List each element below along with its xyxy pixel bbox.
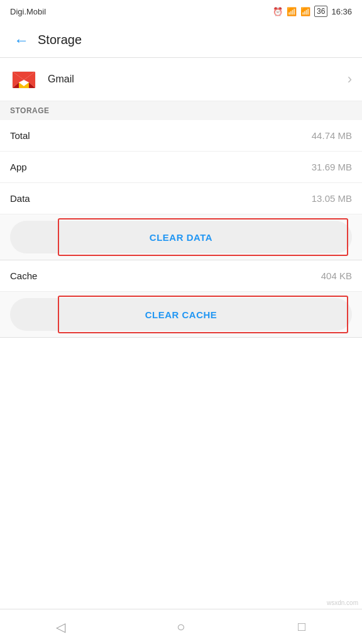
cache-label: Cache	[10, 270, 37, 281]
alarm-icon: ⏰	[273, 7, 283, 16]
watermark: wsxdn.com	[327, 599, 358, 606]
home-nav-icon: ○	[177, 619, 185, 635]
page-title: Storage	[38, 33, 82, 47]
back-nav-icon: ◁	[56, 619, 65, 635]
back-arrow-icon: ←	[14, 31, 29, 49]
bottom-nav: ◁ ○ □	[0, 609, 362, 644]
app-label: App	[10, 162, 27, 172]
nav-bar: ← Storage	[0, 23, 362, 58]
clear-cache-wrapper: CLEAR CACHE	[0, 292, 362, 338]
recent-nav-icon: □	[298, 619, 305, 634]
battery-label: 36	[314, 6, 327, 17]
carrier-label: Digi.Mobil	[10, 7, 46, 16]
signal-icon: 📶	[300, 7, 310, 16]
total-value: 44.74 MB	[312, 130, 352, 141]
storage-cache-row: Cache 404 KB	[0, 260, 362, 292]
wifi-icon: 📶	[287, 7, 297, 16]
data-label: Data	[10, 193, 30, 204]
recent-nav-button[interactable]: □	[283, 613, 321, 641]
storage-app-row: App 31.69 MB	[0, 152, 362, 183]
storage-total-row: Total 44.74 MB	[0, 120, 362, 152]
home-nav-button[interactable]: ○	[162, 613, 200, 641]
back-nav-button[interactable]: ◁	[41, 613, 79, 641]
clear-cache-button[interactable]: CLEAR CACHE	[10, 298, 352, 331]
time-label: 16:36	[331, 7, 352, 16]
status-bar: Digi.Mobil ⏰ 📶 📶 36 16:36	[0, 0, 362, 23]
clear-data-wrapper: CLEAR DATA	[0, 214, 362, 260]
clear-data-button[interactable]: CLEAR DATA	[10, 221, 352, 253]
clear-data-label: CLEAR DATA	[150, 232, 212, 243]
total-label: Total	[10, 130, 30, 141]
section-header: STORAGE	[0, 101, 362, 120]
storage-data-row: Data 13.05 MB	[0, 183, 362, 214]
chevron-right-icon: ›	[348, 71, 352, 87]
app-icon	[10, 65, 38, 93]
clear-cache-label: CLEAR CACHE	[145, 309, 217, 320]
app-row[interactable]: Gmail ›	[0, 58, 362, 101]
data-value: 13.05 MB	[312, 193, 352, 204]
app-name-label: Gmail	[48, 74, 348, 85]
cache-value: 404 KB	[321, 270, 352, 281]
back-button[interactable]: ←	[10, 29, 33, 52]
status-icons-group: ⏰ 📶 📶 36 16:36	[273, 6, 352, 17]
app-value: 31.69 MB	[312, 162, 352, 172]
